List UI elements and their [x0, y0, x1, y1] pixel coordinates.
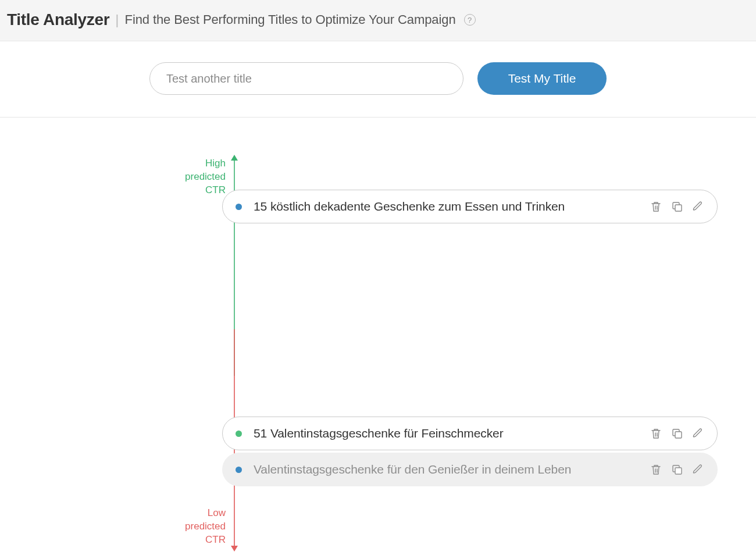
trash-icon[interactable]	[650, 427, 662, 440]
title-row[interactable]: 15 köstlich dekadente Geschenke zum Esse…	[222, 190, 718, 223]
title-actions	[650, 463, 704, 476]
arrow-down-icon	[231, 546, 238, 552]
ctr-ranking-chart: High predicted CTR Low predicted CTR 15 …	[0, 155, 756, 555]
title-row[interactable]: 51 Valentinstagsgeschenke für Feinschmec…	[222, 417, 718, 450]
input-area: Test My Title	[0, 41, 756, 118]
input-row: Test My Title	[0, 62, 756, 95]
title-text: 15 köstlich dekadente Geschenke zum Esse…	[254, 200, 638, 214]
copy-icon[interactable]	[671, 200, 683, 213]
axis-label-high: High predicted CTR	[173, 157, 226, 197]
header-bar: Title Analyzer | Find the Best Performin…	[0, 0, 756, 41]
page-title: Title Analyzer	[7, 10, 109, 29]
copy-icon[interactable]	[671, 463, 683, 476]
title-row[interactable]: Valentinstagsgeschenke für den Genießer …	[222, 453, 718, 486]
title-text: Valentinstagsgeschenke für den Genießer …	[254, 462, 638, 476]
trash-icon[interactable]	[650, 463, 662, 476]
copy-icon[interactable]	[671, 427, 683, 440]
help-icon[interactable]: ?	[464, 14, 476, 26]
page-subtitle: Find the Best Performing Titles to Optim…	[125, 12, 456, 27]
test-title-button[interactable]: Test My Title	[477, 62, 607, 95]
header-separator: |	[115, 12, 119, 28]
title-actions	[650, 200, 704, 213]
trash-icon[interactable]	[650, 200, 662, 213]
rank-dot-icon	[236, 467, 242, 473]
edit-icon[interactable]	[691, 200, 704, 213]
title-actions	[650, 427, 704, 440]
title-input[interactable]	[149, 62, 463, 95]
edit-icon[interactable]	[691, 463, 704, 476]
title-text: 51 Valentinstagsgeschenke für Feinschmec…	[254, 426, 638, 440]
rank-dot-icon	[236, 431, 242, 437]
rank-dot-icon	[236, 204, 242, 210]
axis-label-low: Low predicted CTR	[173, 507, 226, 547]
edit-icon[interactable]	[691, 427, 704, 440]
